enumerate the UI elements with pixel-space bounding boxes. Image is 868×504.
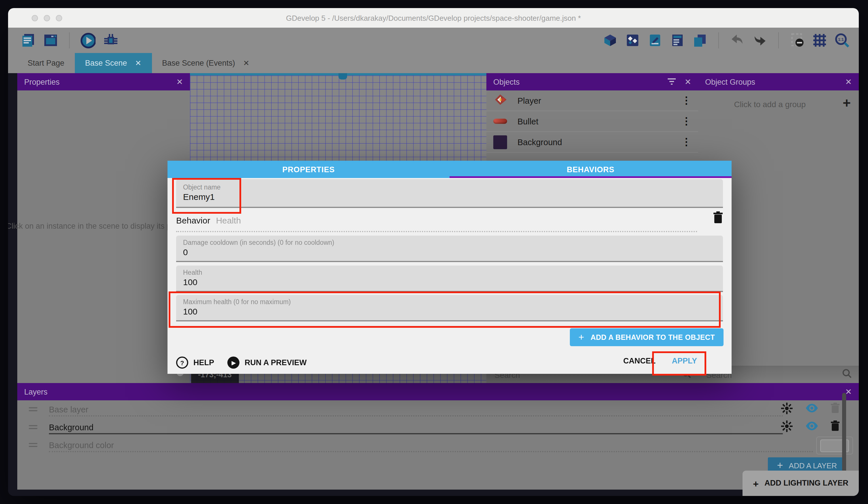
zoom-window-button[interactable] xyxy=(56,15,62,21)
object-row-background[interactable]: Background ⋮ xyxy=(486,132,698,153)
canvas-horizontal-scrollbar[interactable] xyxy=(190,73,486,75)
delete-behavior-icon[interactable] xyxy=(713,211,723,226)
add-behavior-label: ADD A BEHAVIOR TO THE OBJECT xyxy=(591,333,715,341)
annotation-box-apply xyxy=(652,351,706,375)
add-group-plus-icon[interactable]: + xyxy=(843,95,851,111)
layers-panel: Layers ✕ Base layer xyxy=(17,383,859,490)
objects-panel-icon[interactable] xyxy=(603,33,618,48)
layer-row-base-layer[interactable]: Base layer xyxy=(17,400,859,418)
desktop: GDevelop 5 - /Users/dkarakay/Documents/G… xyxy=(0,0,868,504)
debug-icon[interactable] xyxy=(103,33,118,48)
bullet-object-icon xyxy=(493,119,508,124)
add-behavior-button[interactable]: + ADD A BEHAVIOR TO THE OBJECT xyxy=(570,328,724,346)
layer-name: Base layer xyxy=(49,405,89,414)
cancel-label: CANCEL xyxy=(623,356,656,365)
project-manager-icon[interactable] xyxy=(21,33,36,48)
object-menu-icon[interactable]: ⋮ xyxy=(682,94,691,107)
field-label: Damage cooldown (in seconds) (0 for no c… xyxy=(183,239,716,246)
object-row-bullet[interactable]: Bullet ⋮ xyxy=(486,111,698,132)
tab-start-page[interactable]: Start Page xyxy=(17,53,75,73)
properties-panel: Properties ✕ Click on an instance in the… xyxy=(17,73,190,383)
object-groups-panel-icon[interactable] xyxy=(625,33,640,48)
grid-icon[interactable] xyxy=(812,33,827,48)
close-panel-icon[interactable]: ✕ xyxy=(176,77,183,87)
object-name: Bullet xyxy=(517,117,538,126)
layer-visibility-icon[interactable] xyxy=(805,404,818,415)
damage-cooldown-input[interactable] xyxy=(183,247,716,257)
close-window-button[interactable] xyxy=(32,15,38,21)
annotation-box-object-name xyxy=(172,178,241,214)
panel-title: Objects xyxy=(493,78,520,86)
tab-base-scene[interactable]: Base Scene ✕ xyxy=(75,53,152,73)
behavior-label: Behavior xyxy=(176,215,210,225)
run-preview-button[interactable]: ▶ RUN A PREVIEW xyxy=(227,356,307,369)
layer-row-background[interactable]: Background xyxy=(17,418,859,436)
undo-icon[interactable] xyxy=(730,33,745,48)
redo-icon[interactable] xyxy=(752,33,767,48)
layer-row-background-color[interactable]: Background color xyxy=(17,436,859,454)
layer-delete-icon[interactable] xyxy=(830,403,840,416)
add-group-row[interactable]: Click to add a group + xyxy=(698,90,859,117)
object-menu-icon[interactable]: ⋮ xyxy=(682,115,691,127)
layer-name: Background xyxy=(49,423,94,432)
object-name-field[interactable]: Object name xyxy=(176,179,723,208)
close-panel-icon[interactable]: ✕ xyxy=(685,77,691,87)
health-field[interactable]: Health xyxy=(176,265,723,292)
layer-visibility-icon[interactable] xyxy=(805,422,818,433)
object-menu-icon[interactable]: ⋮ xyxy=(682,136,691,148)
editor-tabbar: Start Page Base Scene ✕ Base Scene (Even… xyxy=(8,53,859,73)
layers-scrollbar[interactable] xyxy=(842,393,846,476)
background-color-picker[interactable] xyxy=(816,437,853,454)
edit-properties-icon[interactable] xyxy=(648,33,662,48)
copy-instances-icon[interactable] xyxy=(692,33,707,48)
behavior-name[interactable]: Health xyxy=(216,215,241,225)
annotation-box-maximum-health xyxy=(169,291,721,328)
object-name-input[interactable] xyxy=(183,192,716,202)
add-lighting-layer-label: ADD LIGHTING LAYER xyxy=(764,478,848,496)
add-lighting-layer-button[interactable]: + ADD LIGHTING LAYER xyxy=(743,471,859,496)
instances-list-icon[interactable] xyxy=(670,33,685,48)
filter-icon[interactable] xyxy=(668,78,676,86)
drag-handle-icon[interactable] xyxy=(29,425,38,429)
drag-handle-icon[interactable] xyxy=(29,443,38,447)
frame-remove-icon[interactable] xyxy=(790,33,805,48)
titlebar: GDevelop 5 - /Users/dkarakay/Documents/G… xyxy=(8,8,859,28)
layer-effects-icon[interactable] xyxy=(781,420,793,435)
tab-label: BEHAVIORS xyxy=(567,165,614,174)
plus-icon: + xyxy=(777,460,783,472)
gdevelop-window: GDevelop 5 - /Users/dkarakay/Documents/G… xyxy=(8,8,859,496)
close-tab-icon[interactable]: ✕ xyxy=(243,59,249,67)
object-row-player[interactable]: Player ⋮ xyxy=(486,90,698,111)
drag-handle-icon[interactable] xyxy=(29,407,38,411)
toolbar-separator xyxy=(69,32,70,48)
run-preview-label: RUN A PREVIEW xyxy=(245,358,307,367)
damage-cooldown-field[interactable]: Damage cooldown (in seconds) (0 for no c… xyxy=(176,235,723,262)
tab-label: PROPERTIES xyxy=(282,165,335,174)
health-input[interactable] xyxy=(183,277,716,287)
canvas-scrollbar-thumb[interactable] xyxy=(339,73,347,80)
zoom-one-to-one-icon[interactable]: 1:1 xyxy=(835,33,850,48)
close-tab-icon[interactable]: ✕ xyxy=(135,59,141,67)
minimize-window-button[interactable] xyxy=(44,15,50,21)
panel-title: Properties xyxy=(24,78,60,86)
close-panel-icon[interactable]: ✕ xyxy=(845,387,852,396)
main-toolbar: 1:1 xyxy=(8,28,859,53)
background-object-icon xyxy=(493,135,508,149)
layer-delete-icon[interactable] xyxy=(830,421,840,434)
tab-base-scene-events[interactable]: Base Scene (Events) ✕ xyxy=(152,53,260,73)
panel-title: Layers xyxy=(24,387,48,396)
dialog-tab-properties[interactable]: PROPERTIES xyxy=(167,161,450,178)
search-icon xyxy=(842,369,852,381)
scene-editor-icon[interactable] xyxy=(43,33,58,48)
layer-effects-icon[interactable] xyxy=(781,402,793,417)
object-name-label: Object name xyxy=(183,184,716,191)
dialog-tabbar: PROPERTIES BEHAVIORS xyxy=(167,161,732,178)
dialog-tab-behaviors[interactable]: BEHAVIORS xyxy=(450,161,732,178)
play-preview-icon[interactable] xyxy=(81,33,95,48)
layers-panel-header: Layers ✕ xyxy=(17,383,859,400)
close-panel-icon[interactable]: ✕ xyxy=(845,77,852,87)
help-button[interactable]: ? HELP xyxy=(176,356,214,369)
objects-panel-header: Objects ✕ xyxy=(486,73,698,90)
cancel-button[interactable]: CANCEL xyxy=(623,356,656,365)
player-object-icon xyxy=(493,92,508,109)
